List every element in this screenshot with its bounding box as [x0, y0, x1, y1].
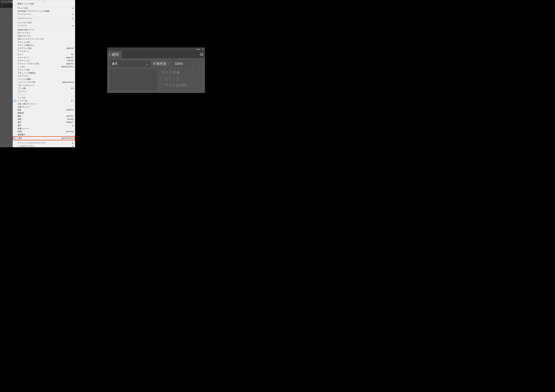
invert-mask-checkbox-row[interactable]: マスクを反転 [160, 83, 186, 87]
menu-svg-interactivity[interactable]: SVG インタラクティビティ(Y) [13, 38, 75, 41]
menu-new-window[interactable]: 新規ウィンドウ(W) [13, 2, 75, 6]
panel-body: 通常 ⌄ 不透明度： 100% › マスク作成 クリップ マスクを反転 [107, 58, 205, 93]
opacity-slider-toggle[interactable]: › [190, 61, 195, 67]
menu-separator [13, 28, 75, 28]
menu-workspace[interactable]: ワークスペース▶ [13, 13, 75, 16]
checkbox-icon [160, 78, 163, 81]
mask-thumbnail-area[interactable] [110, 70, 157, 90]
submenu-arrow-icon: ▶ [72, 18, 73, 19]
menu-transform[interactable]: 変形Shift+F8 [13, 108, 75, 112]
document-tab-strip: × [0, 3, 13, 8]
menu-swatch[interactable]: スウォッチ(H) [13, 68, 75, 71]
menu-pattern-options[interactable]: パターンオプション [13, 84, 75, 87]
menu-actions[interactable]: アクション(N) [13, 41, 75, 44]
menu-graphic-style[interactable]: グラフィックスタイル(S)Shift+F5 [13, 62, 75, 65]
menu-attributes[interactable]: 属性Ctrl+F11 [13, 115, 75, 118]
window-menu-dropdown: ▲ 新規ウィンドウ(W) アレンジ(A)▶ Exchange でエクステンション… [13, 0, 75, 147]
menu-layer[interactable]: ✓レイヤー(L)F7 [13, 99, 75, 102]
invert-mask-label: マスクを反転 [165, 83, 186, 87]
menu-flatten-preview[interactable]: 分割・統合プレビュー [13, 102, 75, 106]
menu-separation-preview[interactable]: 分版プレビュー [13, 105, 75, 108]
menu-color[interactable]: カラーF6 [13, 53, 75, 56]
menu-color-guide[interactable]: カラーガイドShift+F3 [13, 56, 75, 59]
menu-adobe-color[interactable]: Adobe Color テーマ [13, 29, 75, 32]
left-gutter [0, 8, 13, 147]
menu-align[interactable]: 整列Shift+F7 [13, 121, 75, 124]
close-icon[interactable]: ✕ [202, 48, 204, 50]
chevron-down-icon: ⌄ [146, 62, 148, 65]
menu-magic-wand[interactable]: 自動選択 [13, 133, 75, 136]
menu-navigator[interactable]: ナビゲーター [13, 75, 75, 78]
menu-appearance[interactable]: アピアランス(E)Shift+F6 [13, 47, 75, 50]
menu-scroll-up-icon[interactable]: ▲ [13, 0, 75, 2]
menu-transparency-highlighted[interactable]: ✓ 透明 Shift+Ctrl+F10 [13, 136, 75, 140]
collapse-icon[interactable]: ◄◄ [196, 48, 200, 50]
menu-type[interactable]: 書式▶ [13, 124, 75, 127]
submenu-arrow-icon: ▶ [72, 14, 73, 15]
submenu-arrow-icon: ▶ [72, 145, 73, 147]
opacity-label: 不透明度： [153, 61, 170, 66]
clip-checkbox-row[interactable]: クリップ [160, 77, 186, 81]
panel-menu-icon[interactable] [200, 53, 203, 56]
menu-variables[interactable]: 変数(R) [13, 112, 75, 115]
menu-document-info[interactable]: ドキュメント情報(D) [13, 71, 75, 75]
panel-tab-row: ⇅ 透明 [107, 51, 205, 58]
blend-mode-value: 通常 [111, 62, 118, 66]
checkbox-icon [160, 83, 163, 86]
menu-extension[interactable]: エクステンション▶ [13, 17, 75, 20]
menu-arrange[interactable]: アレンジ(A)▶ [13, 7, 75, 10]
clip-label: クリップ [165, 77, 179, 81]
submenu-arrow-icon: ▶ [72, 142, 73, 144]
transparency-panel: ◄◄ ✕ ⇅ 透明 通常 ⌄ 不透明度： 100% › マスク作成 クリップ [107, 47, 205, 93]
menu-image-trace[interactable]: 画像トレース [13, 127, 75, 130]
menu-css-properties[interactable]: CSS プロパティ [13, 35, 75, 38]
menu-separator [13, 141, 75, 141]
menu-cc-library[interactable]: CC ライブラリ [13, 31, 75, 35]
grip-icon: ⇅ [109, 53, 110, 56]
menu-graphic-style-lib[interactable]: グラフィックスタイルライブラリ▶ [13, 141, 75, 145]
opacity-input[interactable]: 100% [172, 61, 188, 67]
menu-toolbar[interactable]: ツールバー▶ [13, 24, 75, 27]
menu-property[interactable]: プロパティ [13, 90, 75, 93]
submenu-arrow-icon: ▶ [72, 7, 73, 9]
menu-asset-export[interactable]: アセットの書き出し [13, 44, 75, 47]
check-icon: ✓ [13, 137, 17, 140]
menu-control[interactable]: コントロール(C) [13, 21, 75, 24]
menu-stroke[interactable]: 線(K)Ctrl+F10 [13, 130, 75, 133]
submenu-arrow-icon: ▶ [72, 25, 73, 27]
tab-transparency[interactable]: ⇅ 透明 [107, 51, 122, 58]
menu-brush[interactable]: ブラシ(B)F5 [13, 87, 75, 90]
menu-version-history[interactable]: バージョン履歴 [13, 78, 75, 81]
menu-symbol-lib[interactable]: シンボルライブラリ▶ [13, 145, 75, 147]
doc-close-icon[interactable]: × [1, 4, 2, 7]
menu-info[interactable]: 情報Ctrl+F8 [13, 118, 75, 121]
menu-exchange-search[interactable]: Exchange でエクステンションを検索... [13, 10, 75, 13]
menu-gradient[interactable]: グラデーションCtrl+F9 [13, 59, 75, 62]
make-mask-button[interactable]: マスク作成 [160, 70, 186, 75]
check-icon: ✓ [13, 99, 17, 102]
menu-link[interactable]: リンク(I) [13, 96, 75, 99]
submenu-arrow-icon: ▶ [72, 125, 73, 126]
menu-separator [13, 16, 75, 16]
menu-separator [13, 21, 75, 21]
menu-separator [13, 6, 75, 6]
menu-symbol[interactable]: シンボルShift+Ctrl+F11 [13, 65, 75, 69]
menu-artboard[interactable]: アートボード [13, 50, 75, 53]
blend-mode-select[interactable]: 通常 ⌄ [110, 61, 151, 67]
panel-topbar: ◄◄ ✕ [107, 47, 205, 51]
tab-title: 透明 [112, 52, 119, 57]
menu-learning: ラーニング [13, 93, 75, 96]
menu-pathfinder[interactable]: パスファインダー(P)Shift+Ctrl+F9 [13, 81, 75, 84]
